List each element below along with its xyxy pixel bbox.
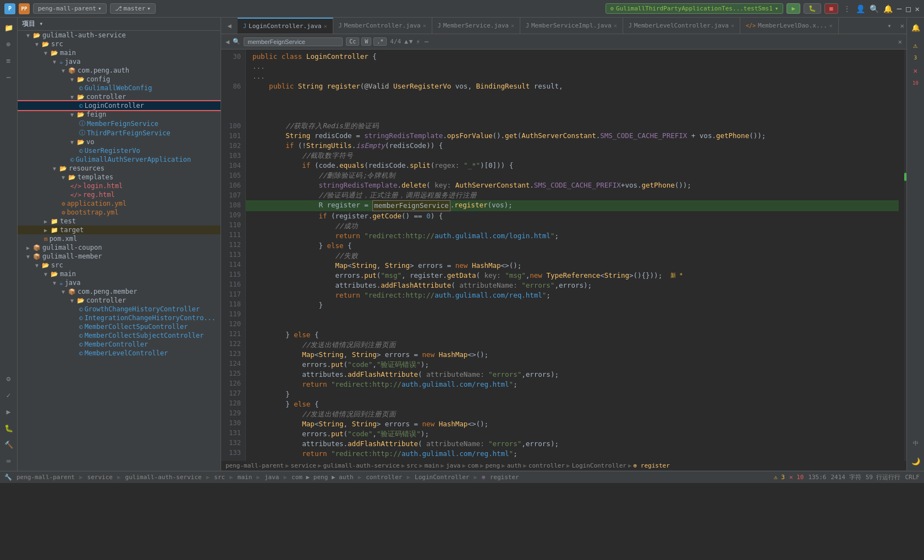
sidebar-item-gulimall-auth-app[interactable]: © GulimallAuthServerApplication <box>18 155 221 164</box>
sidebar-item-resources[interactable]: ▼ 📂 resources <box>18 164 221 173</box>
debug-button[interactable]: 🐛 <box>804 3 821 14</box>
table-row <box>246 310 899 320</box>
sidebar-item-user-register-vo[interactable]: © UserRegisterVo <box>18 146 221 155</box>
sidebar-item-com-peng-member[interactable]: ▼ 📦 com.peng.member <box>18 287 221 296</box>
build-icon[interactable]: 🔨 <box>1 437 16 452</box>
close-search-button[interactable]: ✕ <box>898 38 902 46</box>
word-option[interactable]: W <box>361 37 371 46</box>
sidebar-item-controller-member[interactable]: ▼ 📂 controller <box>18 296 221 305</box>
tab-close-icon[interactable]: ✕ <box>511 23 514 29</box>
list-item[interactable]: © MemberCollectSubjectController <box>18 331 221 340</box>
sidebar-item-login-controller[interactable]: © LoginController <box>18 101 221 110</box>
sidebar-item-application-yml[interactable]: ⚙ application.yml <box>18 199 221 208</box>
tab-member-service-impl[interactable]: J MemberServiceImpl.java ✕ <box>520 18 623 34</box>
tab-member-controller[interactable]: J MemberController.java ✕ <box>333 18 432 34</box>
close-all-tabs[interactable]: ✕ <box>898 22 906 30</box>
commit-icon[interactable]: ⊕ <box>1 36 16 52</box>
sidebar-item-gulimall-auth[interactable]: ▼ 📂 gulimall-auth-service <box>18 31 221 40</box>
run-config-icon: ⚙ <box>610 6 614 12</box>
stop-button[interactable]: ■ <box>824 3 838 14</box>
branch-selector[interactable]: ⎇ master ▾ <box>110 3 156 14</box>
structure-icon[interactable]: ≡ <box>1 53 16 68</box>
sidebar-item-controller[interactable]: ▼ 📂 controller <box>18 92 221 101</box>
more-tabs-button[interactable]: ▾ <box>883 22 896 30</box>
tab-close-icon[interactable]: ✕ <box>614 23 617 29</box>
bc-method: ⊕ register <box>634 462 670 469</box>
sidebar-item-login-html[interactable]: </> login.html <box>18 182 221 190</box>
sidebar-item-gulimall-coupon[interactable]: ▶ 📦 gulimall-coupon <box>18 243 221 252</box>
sidebar-item-third-part-feign[interactable]: ⓘ ThirdPartFeignService <box>18 128 221 138</box>
close-button[interactable]: ✕ <box>915 4 920 13</box>
branch-icon: ⎇ <box>115 5 122 12</box>
tab-login-controller[interactable]: J LoginController.java ✕ <box>238 18 333 34</box>
moon-icon[interactable]: 🌙 <box>908 453 923 469</box>
notifications-icon[interactable]: 🔔 <box>883 4 893 13</box>
sidebar-item-main[interactable]: ▼ 📂 main <box>18 48 221 57</box>
sidebar-item-test[interactable]: ▶ 📁 test <box>18 217 221 226</box>
project-selector[interactable]: peng-mall-parent ▾ <box>33 3 107 14</box>
scrollbar-gutter[interactable] <box>899 50 906 461</box>
code-content[interactable]: public class LoginController { ... ... p… <box>246 50 899 461</box>
case-sensitive-option[interactable]: Cc <box>346 37 359 46</box>
sidebar-item-gulimall-web-config[interactable]: © GulimallWebConfig <box>18 84 221 92</box>
filter-icon[interactable]: ⚡ <box>416 38 420 46</box>
project-icon[interactable]: 📁 <box>1 20 16 35</box>
sidebar-item-java-member[interactable]: ▼ ☕ java <box>18 278 221 287</box>
tab-close-icon[interactable]: ✕ <box>731 23 734 29</box>
search-icon[interactable]: 🔍 <box>870 4 879 13</box>
errors-icon[interactable]: ✕ <box>908 63 923 78</box>
list-item[interactable]: © IntegrationChangeHistoryContro... <box>18 314 221 322</box>
sidebar-item-pom[interactable]: m pom.xml <box>18 234 221 243</box>
java-folder-icon: ☕ <box>59 58 63 65</box>
maximize-button[interactable]: □ <box>906 4 910 13</box>
regex-option[interactable]: .* <box>373 37 387 46</box>
notifications-panel-icon[interactable]: 🔔 <box>908 20 923 35</box>
list-item[interactable]: © MemberController <box>18 340 221 349</box>
settings-icon[interactable]: ⚙ <box>1 371 16 386</box>
tab-member-level-dao[interactable]: </> MemberLevelDao.x... ✕ <box>740 18 839 34</box>
tab-member-service[interactable]: J MemberService.java ✕ <box>432 18 520 34</box>
sidebar-item-reg-html[interactable]: </> reg.html <box>18 190 221 199</box>
sidebar-item-member-feign[interactable]: ⓘ MemberFeignService <box>18 119 221 128</box>
sidebar-item-src[interactable]: ▼ 📂 src <box>18 40 221 48</box>
warnings-icon[interactable]: ⚠ <box>908 37 923 53</box>
more-search-options[interactable]: ⋯ <box>425 38 428 46</box>
run-icon[interactable]: ▶ <box>1 404 16 419</box>
sidebar-item-config[interactable]: ▼ 📂 config <box>18 75 221 84</box>
terminal-icon[interactable]: ⌨ <box>1 453 16 469</box>
sidebar-item-bootstrap-yml[interactable]: ⚙ bootstrap.yml <box>18 208 221 217</box>
sidebar-item-vo[interactable]: ▼ 📂 vo <box>18 138 221 146</box>
back-arrow[interactable]: ◀ <box>226 38 229 46</box>
search-input[interactable] <box>244 37 343 46</box>
debug-icon[interactable]: 🐛 <box>1 420 16 436</box>
list-item[interactable]: © MemberLevelController <box>18 349 221 358</box>
tab-close-icon[interactable]: ✕ <box>423 23 426 29</box>
table-row: //发送出错情况回到注册页面 <box>246 409 899 419</box>
sidebar-item-gulimall-member[interactable]: ▼ 📦 gulimall-member <box>18 252 221 261</box>
sidebar-item-target[interactable]: ▶ 📁 target <box>18 226 221 234</box>
minimize-button[interactable]: ─ <box>897 4 901 13</box>
package-icon: 📦 <box>68 67 76 74</box>
run-button[interactable]: ▶ <box>787 3 800 14</box>
profile-icon[interactable]: 👤 <box>856 4 865 13</box>
lang-switch-cn[interactable]: 中 <box>908 436 923 451</box>
more-options[interactable]: ⋮ <box>842 5 853 13</box>
list-item[interactable]: © GrowthChangeHistoryController <box>18 305 221 314</box>
tab-close-icon[interactable]: ✕ <box>829 23 833 29</box>
tab-close-icon[interactable]: ✕ <box>323 23 327 29</box>
sidebar-item-feign[interactable]: ▼ 📂 feign <box>18 110 221 119</box>
next-match-button[interactable]: ▼ <box>409 38 413 45</box>
sidebar-item-src-member[interactable]: ▼ 📂 src <box>18 261 221 270</box>
more-sidebar-icon[interactable]: ⋯ <box>1 69 16 85</box>
prev-match-button[interactable]: ▲ <box>404 38 408 45</box>
tab-member-level-controller[interactable]: J MemberLevelController.java ✕ <box>623 18 740 34</box>
sidebar-item-java[interactable]: ▼ ☕ java <box>18 57 221 66</box>
list-item[interactable]: © MemberCollectSpuController <box>18 322 221 331</box>
sidebar-item-main-member[interactable]: ▼ 📂 main <box>18 270 221 278</box>
run-config[interactable]: ⚙ GulimallThirdPartyApplicationTes...tes… <box>606 3 783 14</box>
sidebar-item-com-peng-auth[interactable]: ▼ 📦 com.peng.auth <box>18 66 221 75</box>
sidebar-item-templates[interactable]: ▼ 📂 templates <box>18 173 221 182</box>
todo-icon[interactable]: ✓ <box>1 387 16 403</box>
expand-sidebar-button[interactable]: ◀ <box>221 22 238 30</box>
xml-icon: </> <box>746 23 756 29</box>
